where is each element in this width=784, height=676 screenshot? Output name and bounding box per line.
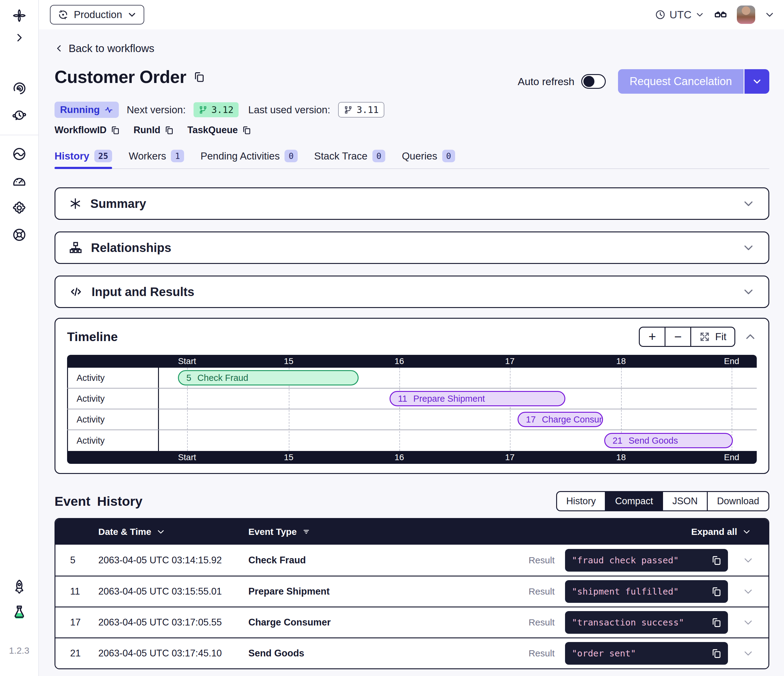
event-row-charge-consumer[interactable]: 17 2063-04-05 UTC 03:17:05.55 Charge Con… [55,606,768,637]
copy-result-icon[interactable] [711,586,722,597]
result-value: "fraud check passed" [572,555,679,566]
event-datetime: 2063-04-05 UTC 03:14:15.92 [98,555,248,566]
copy-task-queue-icon[interactable] [242,125,251,135]
sidebar-item-usage[interactable] [9,170,30,192]
chevron-down-icon[interactable] [742,285,755,298]
timezone-selector[interactable]: UTC [655,9,705,21]
fit-expand-icon [699,331,710,342]
copy-run-id-icon[interactable] [164,125,174,135]
timeline-row-label: Activity [67,368,159,388]
version-branch-icon [198,105,208,115]
input-results-section[interactable]: Input and Results [54,275,769,308]
timeline-bar-check-fraud[interactable]: 5 Check Fraud [178,370,359,385]
section-title: Summary [90,197,146,211]
expand-all-button[interactable]: Expand all [565,527,768,537]
tab-history[interactable]: History 25 [54,150,112,168]
chevron-left-icon [54,44,64,53]
copy-title-icon[interactable] [193,71,205,83]
pulse-icon [104,105,113,115]
sidebar-item-schedules[interactable] [9,105,30,126]
bar-label: Send Goods [629,436,678,446]
zoom-fit-button[interactable]: Fit [691,328,734,346]
timeline-row-plot: 21 Send Goods [159,430,757,451]
request-cancelation-button[interactable]: Request Cancelation [618,69,744,94]
request-cancelation-menu-button[interactable] [744,69,769,94]
view-button-json[interactable]: JSON [663,492,708,510]
filter-icon [302,527,311,536]
tab-queries[interactable]: Queries 0 [402,150,455,168]
account-menu-chevron-icon[interactable] [764,9,775,20]
sidebar-item-getting-started[interactable] [9,576,30,597]
back-to-workflows-link[interactable]: Back to workflows [54,42,154,54]
run-id-item: RunId [134,124,174,136]
timeline-bar-send-goods[interactable]: 21 Send Goods [604,433,733,448]
copy-result-icon[interactable] [711,617,722,628]
axis-tick: 15 [284,452,293,462]
feedback-glasses-icon[interactable] [714,8,728,22]
sidebar-divider [0,135,39,135]
event-id: 11 [55,586,98,597]
view-button-download[interactable]: Download [708,492,768,510]
view-button-compact[interactable]: Compact [606,492,663,510]
axis-tick: 18 [616,356,626,366]
row-expand-chevron-icon[interactable] [742,617,754,628]
event-row-prepare-shipment[interactable]: 11 2063-04-05 UTC 03:15:55.01 Prepare Sh… [55,576,768,606]
sidebar-item-labs-flask[interactable] [9,601,30,623]
request-cancelation-button-group: Request Cancelation [618,69,769,94]
namespace-name: Production [74,9,122,20]
timeline-row: Activity 17 Charge Consumer [67,409,757,430]
sidebar-expand-chevron-icon[interactable] [9,27,30,48]
tab-count-badge: 1 [171,150,184,162]
col-date-time[interactable]: Date & Time [98,527,248,537]
event-row-check-fraud[interactable]: 5 2063-04-05 UTC 03:14:15.92 Check Fraud… [55,545,768,576]
zoom-in-button[interactable]: + [640,328,666,346]
col-event-type[interactable]: Event Type [248,527,565,537]
copy-result-icon[interactable] [711,555,722,566]
chevron-down-icon[interactable] [742,241,755,254]
page-title: Customer Order [54,67,205,87]
row-expand-chevron-icon[interactable] [742,555,754,566]
namespace-switcher[interactable]: Production [50,5,144,25]
relationships-section[interactable]: Relationships [54,232,769,264]
timeline-section: Timeline + − Fit [54,318,769,474]
event-type: Send Goods [248,648,529,659]
timeline-rows: Activity 5 Check Fraud Activity [67,368,757,451]
event-datetime: 2063-04-05 UTC 03:17:45.10 [98,648,248,659]
title-row: Customer Order Auto refresh Request Canc… [54,67,769,94]
bar-label: Charge Consumer [542,415,603,425]
row-expand-chevron-icon[interactable] [742,648,754,659]
sidebar-item-workflows[interactable] [9,78,30,99]
run-id-label: RunId [134,124,160,136]
asterisk-icon [69,197,82,210]
bar-label: Check Fraud [198,373,248,383]
auto-refresh-toggle[interactable] [581,74,606,89]
tab-pending-activities[interactable]: Pending Activities 0 [201,150,298,168]
chevron-down-icon [695,10,705,19]
timeline-bar-charge-consumer[interactable]: 17 Charge Consumer [518,412,603,427]
event-type: Check Fraud [248,555,529,566]
status-badge: Running [54,102,119,118]
title-actions: Auto refresh Request Cancelation [518,69,769,94]
sidebar-item-support[interactable] [9,224,30,246]
timeline-collapse-chevron-icon[interactable] [744,330,757,343]
event-row-send-goods[interactable]: 21 2063-04-05 UTC 03:17:45.10 Send Goods… [55,637,768,668]
bar-event-id: 11 [398,394,407,404]
tab-workers[interactable]: Workers 1 [129,150,184,168]
view-button-history[interactable]: History [557,492,606,510]
temporal-logo-icon[interactable] [9,5,30,26]
chevron-down-icon[interactable] [742,197,755,210]
zoom-out-button[interactable]: − [666,328,691,346]
summary-section[interactable]: Summary [54,187,769,220]
sidebar-item-nexus[interactable] [9,143,30,165]
row-expand-chevron-icon[interactable] [742,586,754,597]
user-avatar[interactable] [737,6,755,24]
axis-tick: End [724,356,739,366]
sidebar-item-settings[interactable] [9,197,30,219]
copy-result-icon[interactable] [711,648,722,659]
copy-workflow-id-icon[interactable] [110,125,120,135]
timeline-row: Activity 5 Check Fraud [67,368,757,389]
section-title: Input and Results [92,285,194,299]
timeline-bar-prepare-shipment[interactable]: 11 Prepare Shipment [390,391,565,406]
tab-stack-trace[interactable]: Stack Trace 0 [314,150,386,168]
timeline-row-plot: 5 Check Fraud [159,368,757,388]
